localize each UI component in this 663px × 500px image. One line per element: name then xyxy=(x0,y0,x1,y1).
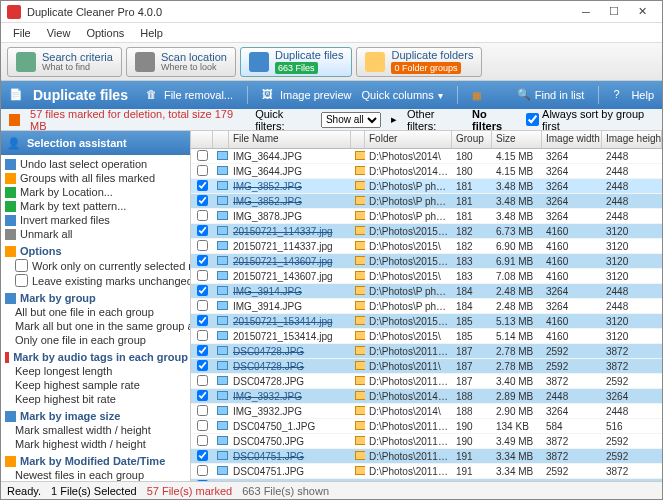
cell-height: 3120 xyxy=(602,241,662,252)
col-image-height[interactable]: Image height xyxy=(602,131,662,148)
table-row[interactable]: 20150721_143607.jpgD:\Photos\2015\1837.0… xyxy=(191,269,662,284)
find-in-list-button[interactable]: 🔍Find in list xyxy=(517,88,585,102)
table-row[interactable]: 20150721_153414.jpgD:\Photos\2015\1855.1… xyxy=(191,329,662,344)
keep-sample-rate[interactable]: Keep highest sample rate xyxy=(5,378,188,392)
row-checkbox[interactable] xyxy=(197,240,208,251)
file-rows[interactable]: IMG_3644.JPGD:\Photos\2014\1804.15 MB326… xyxy=(191,149,662,481)
row-checkbox[interactable] xyxy=(197,195,208,206)
row-checkbox[interactable] xyxy=(197,360,208,371)
row-checkbox[interactable] xyxy=(197,420,208,431)
cell-width: 4160 xyxy=(542,331,602,342)
mark-only-one[interactable]: Only one file in each group xyxy=(5,333,188,347)
cell-group: 184 xyxy=(452,301,492,312)
row-checkbox[interactable] xyxy=(197,225,208,236)
opt-selected-rows[interactable]: Work only on currently selected rows xyxy=(5,258,188,273)
table-row[interactable]: IMG_3644.JPGD:\Photos\2014\Calendar 2014… xyxy=(191,164,662,179)
undo-select[interactable]: Undo last select operation xyxy=(5,157,188,171)
table-row[interactable]: IMG_3932.JPGD:\Photos\2014\Calendar 2014… xyxy=(191,389,662,404)
table-row[interactable]: DSC04728.JPGD:\Photos\2011\Sony DSC\1873… xyxy=(191,374,662,389)
filter-nav-icon[interactable]: ▸ xyxy=(391,113,397,126)
col-group[interactable]: Group xyxy=(452,131,492,148)
menu-file[interactable]: File xyxy=(5,25,39,41)
row-checkbox[interactable] xyxy=(197,210,208,221)
minimize-button[interactable]: ─ xyxy=(572,3,600,21)
table-row[interactable]: IMG_3878.JPGD:\Photos\P phone\858HDJES\1… xyxy=(191,209,662,224)
menu-view[interactable]: View xyxy=(39,25,79,41)
mark-smallest-wh[interactable]: Mark smallest width / height xyxy=(5,423,188,437)
table-row[interactable]: DSC04750_1.JPGD:\Photos\2011\24-10-2011\… xyxy=(191,419,662,434)
mark-all-but-one[interactable]: All but one file in each group xyxy=(5,305,188,319)
quick-filters-select[interactable]: Show all xyxy=(321,112,381,128)
tab-scan-location[interactable]: Scan locationWhere to look xyxy=(126,47,236,77)
row-checkbox[interactable] xyxy=(197,390,208,401)
table-row[interactable]: IMG_3852.JPGD:\Photos\P phone\858HDJES\1… xyxy=(191,194,662,209)
col-size[interactable]: Size xyxy=(492,131,542,148)
table-row[interactable]: 20150721_153414.jpgD:\Photos\2015\Calend… xyxy=(191,314,662,329)
opt-leave-marks[interactable]: Leave existing marks unchanged xyxy=(5,273,188,288)
row-checkbox[interactable] xyxy=(197,375,208,386)
table-row[interactable]: 20150721_143607.jpgD:\Photos\2015\Calend… xyxy=(191,254,662,269)
table-row[interactable]: DSC04751.JPGD:\Photos\2011\24-10-2011\19… xyxy=(191,449,662,464)
col-image-width[interactable]: Image width xyxy=(542,131,602,148)
menu-options[interactable]: Options xyxy=(78,25,132,41)
folder-icon xyxy=(355,166,365,175)
row-checkbox[interactable] xyxy=(197,345,208,356)
table-row[interactable]: DSC04728.JPGD:\Photos\2011\25-08-2011\18… xyxy=(191,344,662,359)
help-button[interactable]: ?Help xyxy=(613,88,654,102)
row-checkbox[interactable] xyxy=(197,330,208,341)
row-checkbox[interactable] xyxy=(197,315,208,326)
tab-search-criteria[interactable]: Search criteriaWhat to find xyxy=(7,47,122,77)
invert-marks[interactable]: Invert marked files xyxy=(5,213,188,227)
table-row[interactable]: IMG_3914.JPGD:\Photos\P phone\858HDJES\1… xyxy=(191,299,662,314)
row-checkbox[interactable] xyxy=(197,300,208,311)
col-folder[interactable]: Folder xyxy=(365,131,452,148)
groups-all-marked[interactable]: Groups with all files marked xyxy=(5,171,188,185)
unmark-all[interactable]: Unmark all xyxy=(5,227,188,241)
row-checkbox[interactable] xyxy=(197,150,208,161)
tab-duplicate-files[interactable]: Duplicate files663 Files xyxy=(240,47,352,77)
row-checkbox[interactable] xyxy=(197,465,208,476)
keep-longest[interactable]: Keep longest length xyxy=(5,364,188,378)
table-row[interactable]: 20150721_114337.jpgD:\Photos\2015\1826.9… xyxy=(191,239,662,254)
mark-highest-wh[interactable]: Mark highest width / height xyxy=(5,437,188,451)
mark-by-text[interactable]: Mark by text pattern... xyxy=(5,199,188,213)
cell-size: 5.13 MB xyxy=(492,316,542,327)
mark-all-but-one-folder[interactable]: Mark all but one in the same group and f… xyxy=(5,319,188,333)
row-checkbox[interactable] xyxy=(197,255,208,266)
col-filename[interactable]: File Name xyxy=(229,131,351,148)
table-row[interactable]: DSC04728.JPGD:\Photos\2011\1872.78 MB259… xyxy=(191,359,662,374)
image-preview-button[interactable]: 🖼Image preview xyxy=(262,88,352,102)
quick-columns-button[interactable]: Quick columns ▾ xyxy=(362,89,443,101)
row-checkbox[interactable] xyxy=(197,285,208,296)
file-type-icon xyxy=(217,316,228,325)
mark-by-location[interactable]: Mark by Location... xyxy=(5,185,188,199)
row-checkbox[interactable] xyxy=(197,435,208,446)
cell-width: 3264 xyxy=(542,181,602,192)
cell-folder: D:\Photos\P phone\858HDJES\ xyxy=(365,301,452,312)
cell-width: 3264 xyxy=(542,406,602,417)
row-checkbox[interactable] xyxy=(197,450,208,461)
keep-bit-rate[interactable]: Keep highest bit rate xyxy=(5,392,188,406)
table-row[interactable]: 20150721_114337.jpgD:\Photos\2015\Calend… xyxy=(191,224,662,239)
table-row[interactable]: IMG_3914.JPGD:\Photos\P phone\858HDJES\1… xyxy=(191,284,662,299)
text-icon xyxy=(5,201,16,212)
moddate-newest[interactable]: Newest files in each group xyxy=(5,468,188,481)
table-row[interactable]: IMG_3852.JPGD:\Photos\P phone\858HDJES\1… xyxy=(191,179,662,194)
row-checkbox[interactable] xyxy=(197,270,208,281)
row-checkbox[interactable] xyxy=(197,180,208,191)
toolbar-grid-icon[interactable]: ▦ xyxy=(472,90,481,101)
sort-by-group-checkbox[interactable]: Always sort by group first xyxy=(526,108,654,132)
menu-help[interactable]: Help xyxy=(132,25,171,41)
table-row[interactable]: IMG_3644.JPGD:\Photos\2014\1804.15 MB326… xyxy=(191,149,662,164)
table-row[interactable]: DSC04750.JPGD:\Photos\2011\24-10-2011\19… xyxy=(191,434,662,449)
table-row[interactable]: IMG_3932.JPGD:\Photos\2014\1882.90 MB326… xyxy=(191,404,662,419)
tab-duplicate-folders[interactable]: Duplicate folders0 Folder groups xyxy=(356,47,482,77)
close-button[interactable]: ✕ xyxy=(628,3,656,21)
row-checkbox[interactable] xyxy=(197,165,208,176)
maximize-button[interactable]: ☐ xyxy=(600,3,628,21)
cell-folder: D:\Photos\P phone\858HDJES\ xyxy=(365,181,452,192)
row-checkbox[interactable] xyxy=(197,405,208,416)
file-removal-button[interactable]: 🗑File removal... xyxy=(146,88,233,102)
table-row[interactable]: DSC04751.JPGD:\Photos\2011\calendar\oct\… xyxy=(191,464,662,479)
cell-group: 185 xyxy=(452,316,492,327)
